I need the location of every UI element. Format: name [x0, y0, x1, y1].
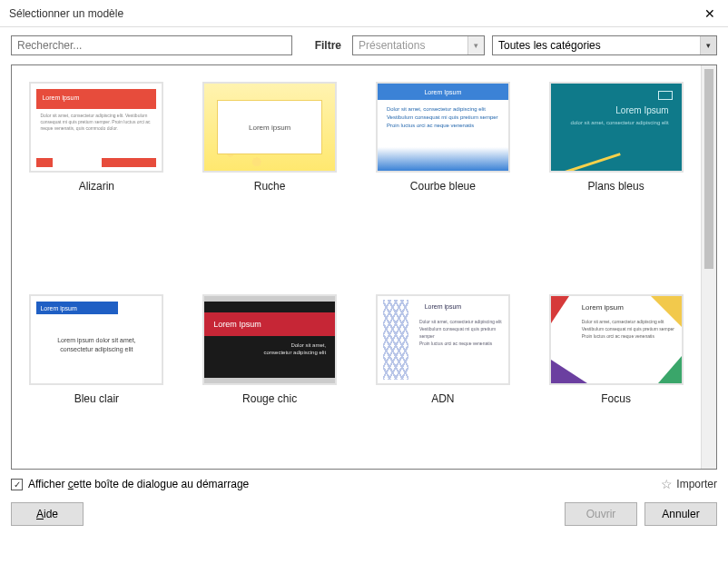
- options-row: ✓ Afficher cette boîte de dialogue au dé…: [0, 470, 728, 491]
- show-at-startup-checkbox[interactable]: ✓: [11, 479, 23, 490]
- show-at-startup-label: Afficher cette boîte de dialogue au déma…: [28, 478, 249, 490]
- template-label: Focus: [601, 392, 631, 405]
- category-select[interactable]: Toutes les catégories ▾: [492, 35, 717, 55]
- chevron-down-icon: ▾: [700, 36, 716, 54]
- template-tile-ruche[interactable]: Lorem ipsum Ruche: [202, 82, 339, 240]
- template-thumbnail: Lorem ipsum: [202, 82, 337, 173]
- template-tile-focus[interactable]: Lorem ipsum Dolor sit amet, consectetur …: [547, 294, 684, 452]
- template-label: Courbe bleue: [410, 180, 476, 193]
- close-icon: ✕: [704, 6, 715, 21]
- template-thumbnail: Lorem Ipsum dolor sit amet, consectetur …: [549, 82, 684, 173]
- template-label: Plans bleus: [588, 180, 644, 193]
- template-label: Ruche: [254, 180, 286, 193]
- filter-select[interactable]: Présentations ▾: [352, 35, 485, 55]
- window-title: Sélectionner un modèle: [9, 7, 123, 20]
- scrollbar-thumb[interactable]: [704, 69, 713, 269]
- open-button[interactable]: Ouvrir: [565, 502, 637, 526]
- template-tile-adn[interactable]: Lorem ipsum Dolor sit amet, consectetur …: [375, 294, 512, 452]
- close-button[interactable]: ✕: [692, 0, 728, 26]
- template-label: Alizarin: [79, 180, 114, 193]
- template-label: Rouge chic: [242, 392, 297, 405]
- template-thumbnail: Lorem ipsum Dolor sit amet, consectetur …: [376, 294, 510, 385]
- help-button[interactable]: Aide: [11, 502, 84, 526]
- template-label: Bleu clair: [74, 392, 119, 405]
- filter-value: Présentations: [353, 39, 467, 52]
- template-tile-plans-bleus[interactable]: Lorem Ipsum dolor sit amet, consectetur …: [547, 82, 684, 240]
- search-input[interactable]: [11, 35, 292, 55]
- template-thumbnail: Dolor sit amet, consectetur adipiscing e…: [29, 82, 163, 173]
- template-label: ADN: [431, 392, 454, 405]
- chevron-down-icon: ▾: [467, 36, 484, 54]
- template-gallery: Dolor sit amet, consectetur adipiscing e…: [11, 64, 717, 470]
- template-tile-courbe-bleue[interactable]: Lorem Ipsum Dolor sit amet, consectetur …: [375, 82, 512, 240]
- star-icon: ☆: [661, 477, 673, 491]
- filter-label: Filtre: [315, 39, 341, 52]
- dialog-buttons: Aide Ouvrir Annuler: [0, 491, 728, 537]
- template-thumbnail: Lorem Ipsum Dolor sit amet, consectetur …: [202, 294, 337, 385]
- import-button[interactable]: ☆ Importer: [661, 477, 717, 491]
- toolbar: Filtre Présentations ▾ Toutes les catégo…: [0, 27, 728, 55]
- template-tile-bleu-clair[interactable]: Lorem ipsum Lorem ipsum dolor sit amet, …: [28, 294, 165, 452]
- template-thumbnail: Lorem ipsum Lorem ipsum dolor sit amet, …: [29, 294, 163, 385]
- category-value: Toutes les catégories: [493, 39, 700, 52]
- cancel-button[interactable]: Annuler: [644, 502, 717, 526]
- import-label: Importer: [676, 478, 717, 490]
- template-tile-alizarin[interactable]: Dolor sit amet, consectetur adipiscing e…: [28, 82, 165, 240]
- titlebar: Sélectionner un modèle ✕: [0, 0, 728, 27]
- scrollbar[interactable]: [701, 65, 716, 469]
- template-thumbnail: Lorem Ipsum Dolor sit amet, consectetur …: [376, 82, 510, 173]
- template-thumbnail: Lorem ipsum Dolor sit amet, consectetur …: [549, 294, 684, 385]
- template-tile-rouge-chic[interactable]: Lorem Ipsum Dolor sit amet, consectetur …: [202, 294, 339, 452]
